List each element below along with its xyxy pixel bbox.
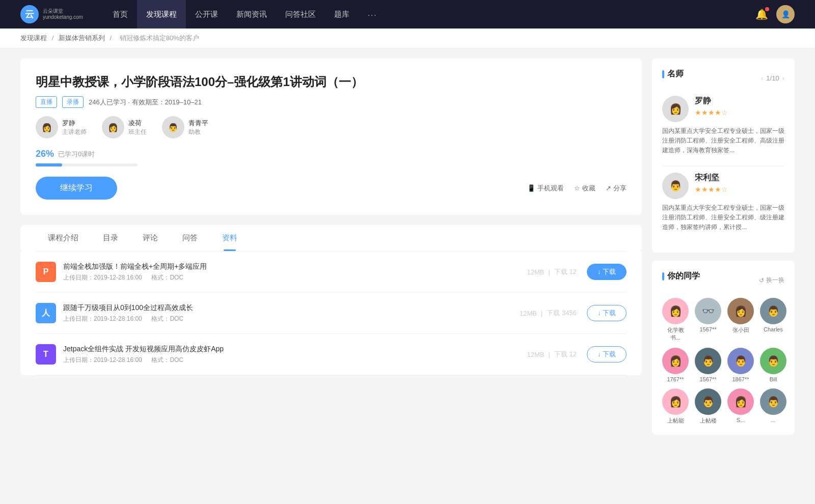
logo[interactable]: 云 云朵课堂 yundoketang.com [20, 5, 83, 23]
nav-item-courses[interactable]: 发现课程 [137, 0, 186, 29]
tag-live: 直播 [36, 96, 57, 108]
instructor-name-3: 青青平 [188, 119, 208, 128]
nav-items: 首页 发现课程 公开课 新闻资讯 问答社区 题库 ··· [103, 0, 755, 29]
breadcrumb-link-courses[interactable]: 发现课程 [20, 34, 47, 42]
classmate-avatar-2: 👓 [695, 298, 721, 324]
instructor-2: 👩 凌荷 班主任 [102, 116, 147, 138]
classmate-avatar-3: 👩 [727, 298, 754, 324]
tab-resources[interactable]: 资料 [210, 225, 250, 251]
tabs-container: 课程介绍 目录 评论 问答 资料 [20, 225, 642, 251]
classmate-avatar-4: 👨 [760, 298, 786, 324]
nav-right: 🔔 👤 [755, 5, 795, 23]
classmate-name-7: 1867** [732, 376, 749, 382]
instructor-info-1: 罗静 主讲老师 [62, 119, 87, 136]
classmate-7[interactable]: 👨 1867** [727, 348, 754, 382]
refresh-button[interactable]: ↺ 换一换 [759, 276, 784, 285]
classmate-name-6: 1567** [699, 376, 716, 382]
continue-study-button[interactable]: 继续学习 [36, 177, 117, 200]
instructor-role-3: 助教 [188, 128, 208, 136]
download-button-3[interactable]: ↓ 下载 [587, 346, 627, 362]
share-icon: ↗ [606, 184, 611, 192]
resource-downloads-3: 下载 12 [554, 350, 577, 359]
resource-meta-3: 上传日期：2019-12-28 16:00 格式：DOC [63, 356, 527, 365]
tab-intro[interactable]: 课程介绍 [36, 225, 91, 251]
resource-meta-1: 上传日期：2019-12-28 16:00 格式：DOC [63, 273, 527, 282]
classmate-9[interactable]: 👩 上帖能 [662, 388, 689, 425]
instructor-role-2: 班主任 [128, 128, 147, 136]
nav-item-exam[interactable]: 题库 [325, 0, 359, 29]
classmate-2[interactable]: 👓 1567** [695, 298, 721, 342]
tab-catalog[interactable]: 目录 [91, 225, 130, 251]
download-button-2[interactable]: ↓ 下载 [587, 305, 627, 321]
breadcrumb-current: 销冠修炼术搞定80%的客户 [120, 34, 199, 42]
user-avatar[interactable]: 👤 [776, 5, 795, 23]
pagination-prev[interactable]: ‹ [761, 74, 763, 82]
main-layout: 明星中教授课，小学阶段语法100分–强化级第1讲动词（一） 直播 录播 246人… [0, 48, 815, 453]
teacher-pagination: ‹ 1/10 › [761, 74, 784, 82]
classmate-6[interactable]: 👨 1567** [695, 348, 721, 382]
instructor-role-1: 主讲老师 [62, 128, 87, 136]
classmate-avatar-5: 👩 [662, 348, 689, 374]
classmate-name-10: 上帖楼 [700, 417, 717, 425]
tab-review[interactable]: 评论 [130, 225, 170, 251]
tag-record: 录播 [62, 96, 84, 108]
teacher-item-1: 👩 罗静 ★★★★☆ 国内某重点大学安全工程专业硕士，国家一级注册消防工程师、注… [662, 96, 784, 156]
logo-text: 云朵课堂 yundoketang.com [43, 8, 83, 20]
progress-bar-bg [36, 163, 138, 166]
nav-item-news[interactable]: 新闻资讯 [227, 0, 276, 29]
progress-section: 26% 已学习0课时 [36, 149, 627, 166]
teacher-stars-1: ★★★★☆ [695, 108, 728, 117]
classmate-avatar-6: 👨 [695, 348, 721, 374]
classmate-3[interactable]: 👩 张小田 [727, 298, 754, 342]
instructor-avatar-2: 👩 [102, 116, 124, 138]
classmate-12[interactable]: 👨 ... [760, 388, 786, 425]
teacher-divider [662, 166, 784, 166]
teacher-avatar-1: 👩 [662, 96, 689, 122]
nav-item-open[interactable]: 公开课 [186, 0, 227, 29]
resource-size-1: 12MB [527, 268, 544, 276]
progress-pct: 26% [36, 149, 54, 159]
breadcrumb: 发现课程 / 新媒体营销系列 / 销冠修炼术搞定80%的客户 [0, 29, 815, 48]
tab-qa[interactable]: 问答 [170, 225, 210, 251]
notification-bell[interactable]: 🔔 [755, 8, 768, 20]
classmate-name-12: ... [771, 417, 775, 423]
classmate-name-3: 张小田 [732, 326, 749, 334]
progress-bar-fill [36, 163, 62, 166]
breadcrumb-link-series[interactable]: 新媒体营销系列 [59, 34, 105, 42]
classmate-avatar-9: 👩 [662, 388, 689, 415]
classmate-avatar-8: 👨 [760, 348, 786, 374]
teacher-info-2: 宋利坚 ★★★★☆ [695, 173, 728, 193]
tabs-row: 课程介绍 目录 评论 问答 资料 [36, 225, 627, 251]
share-label: 分享 [613, 184, 627, 193]
classmate-10[interactable]: 👨 上帖楼 [695, 388, 721, 425]
classmate-name-11: S... [737, 417, 745, 423]
classmate-name-2: 1567** [699, 326, 716, 332]
instructor-3: 👨 青青平 助教 [162, 116, 208, 138]
instructor-info-2: 凌荷 班主任 [128, 119, 147, 136]
classmate-1[interactable]: 👩 化学教书... [662, 298, 689, 342]
download-button-1[interactable]: ↓ 下载 [587, 264, 627, 280]
share-button[interactable]: ↗ 分享 [606, 184, 627, 193]
nav-item-qa[interactable]: 问答社区 [276, 0, 325, 29]
instructor-info-3: 青青平 助教 [188, 119, 208, 136]
classmate-avatar-11: 👩 [727, 388, 754, 415]
resource-meta-2: 上传日期：2019-12-28 16:00 格式：DOC [63, 315, 520, 323]
classmate-name-9: 上帖能 [667, 417, 684, 425]
instructor-name-1: 罗静 [62, 119, 87, 128]
course-meta: 246人已学习 · 有效期至：2019–10–21 [89, 98, 202, 107]
mobile-watch-button[interactable]: 📱 手机观看 [527, 184, 564, 193]
collect-button[interactable]: ☆ 收藏 [574, 184, 595, 193]
classmate-11[interactable]: 👩 S... [727, 388, 754, 425]
classmate-4[interactable]: 👨 Charles [760, 298, 786, 342]
classmate-5[interactable]: 👩 1767** [662, 348, 689, 382]
nav-item-home[interactable]: 首页 [103, 0, 137, 29]
teacher-desc-2: 国内某重点大学安全工程专业硕士，国家一级注册消防工程师、注册安全工程师、级注册建… [662, 203, 784, 233]
classmates-title: 你的同学 [662, 271, 700, 282]
instructor-1: 👩 罗静 主讲老师 [36, 116, 87, 138]
nav-item-more[interactable]: ··· [359, 0, 387, 29]
classmate-8[interactable]: 👨 Bill [760, 348, 786, 382]
teacher-name-1: 罗静 [695, 96, 728, 106]
resource-size-2: 12MB [520, 310, 537, 317]
pagination-next[interactable]: › [782, 74, 784, 82]
action-buttons: 📱 手机观看 ☆ 收藏 ↗ 分享 [527, 184, 627, 193]
